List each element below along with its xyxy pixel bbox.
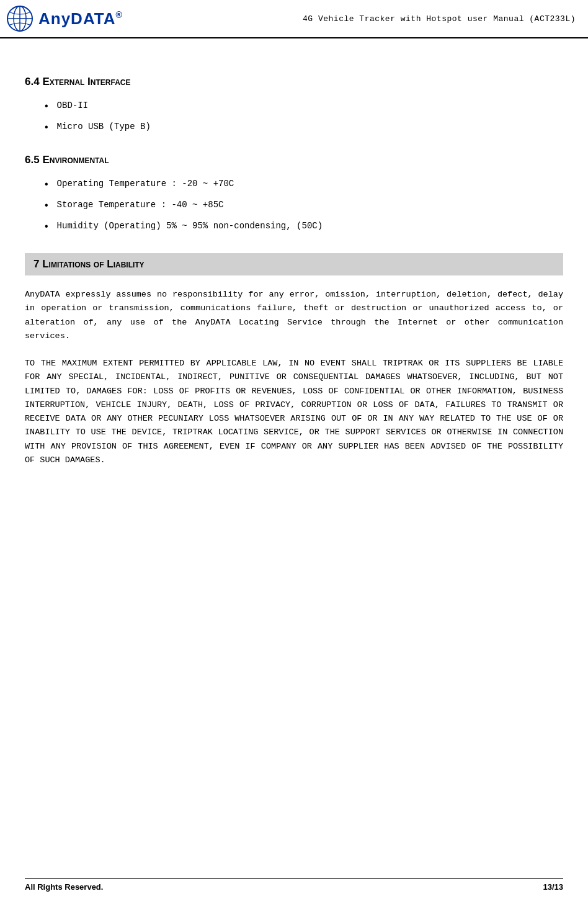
page: AnyDATA® 4G Vehicle Tracker with Hotspot…: [0, 0, 588, 904]
section-7-banner: 7 Limitations of Liability: [25, 253, 563, 275]
list-item: Storage Temperature : -40 ~ +85C: [43, 199, 563, 213]
list-item: OBD-II: [43, 99, 563, 114]
section-64-list: OBD-II Micro USB (Type B): [25, 99, 563, 135]
section-65-list: Operating Temperature : -20 ~ +70C Stora…: [25, 177, 563, 235]
section-7-paragraph-2: TO THE MAXIMUM EXTENT PERMITTED BY APPLI…: [25, 357, 563, 467]
logo-brand: AnyDATA®: [38, 9, 123, 28]
section-64-heading: 6.4 External Interface: [25, 76, 563, 88]
main-content: 6.4 External Interface OBD-II Micro USB …: [0, 38, 588, 518]
section-7-heading: 7 Limitations of Liability: [33, 258, 145, 270]
list-item: Operating Temperature : -20 ~ +70C: [43, 177, 563, 192]
section-7-title: Limitations of Liability: [42, 258, 144, 270]
section-64-title: External Interface: [42, 76, 130, 87]
section-65-title: Environmental: [42, 154, 109, 166]
list-item: Humidity (Operating) 5% ~ 95% non-conden…: [43, 220, 563, 235]
footer-right: 13/13: [543, 882, 563, 892]
section-7-paragraph-1: AnyDATA expressly assumes no responsibil…: [25, 288, 563, 343]
header-title: 4G Vehicle Tracker with Hotspot user Man…: [303, 14, 576, 24]
section-65-heading: 6.5 Environmental: [25, 154, 563, 166]
logo-area: AnyDATA®: [6, 5, 123, 32]
logo-text: AnyDATA®: [38, 9, 123, 29]
globe-icon: [6, 5, 33, 32]
footer: All Rights Reserved. 13/13: [25, 878, 563, 892]
footer-left: All Rights Reserved.: [25, 882, 103, 892]
list-item: Micro USB (Type B): [43, 120, 563, 135]
header: AnyDATA® 4G Vehicle Tracker with Hotspot…: [0, 0, 588, 38]
